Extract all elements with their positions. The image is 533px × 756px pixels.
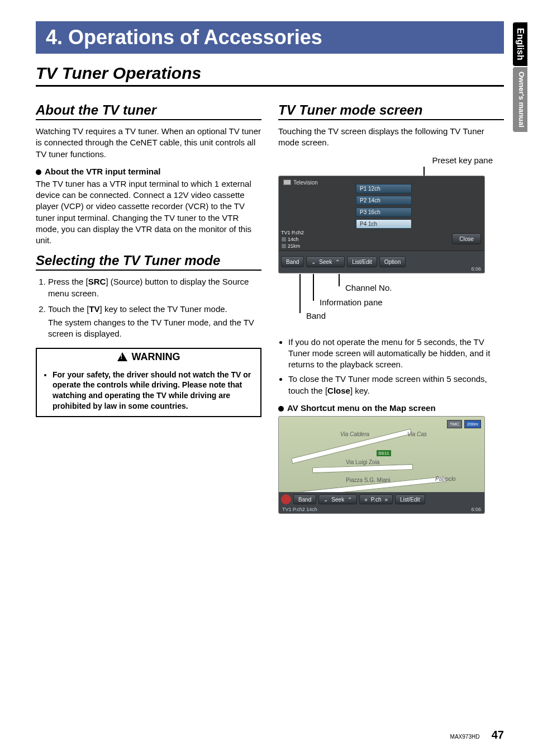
warning-triangle-icon	[117, 352, 127, 361]
info-line1: TV1 P.ch2	[281, 230, 315, 236]
annot-channel: Channel No.	[345, 283, 392, 292]
seek-down-icon: ⌄	[311, 257, 316, 267]
map-top-chips: TMC 200m	[447, 420, 481, 428]
note-1: If you do not operate the menu for 5 sec…	[288, 337, 504, 371]
map-label-patroclo: Patroclo	[435, 476, 456, 482]
vtr-paragraph: The TV tuner has a VTR input terminal to…	[36, 178, 261, 247]
map-label-cas: Via Cas	[407, 431, 427, 437]
map-pch-button[interactable]: « P.ch »	[359, 494, 393, 504]
annot-info: Information pane	[320, 297, 383, 307]
about-paragraph: Watching TV requires a TV tuner. When an…	[36, 126, 261, 160]
info-icon-1	[281, 237, 287, 242]
note-2: To close the TV Tuner mode screen within…	[288, 374, 504, 396]
map-label-caldera: Via Caldera	[340, 431, 369, 437]
subhead-av-text: AV Shortcut menu on the Map screen	[287, 403, 436, 413]
option-button[interactable]: Option	[379, 256, 406, 267]
step-1-pre: Press the [	[48, 277, 88, 286]
tmc-chip: TMC	[447, 420, 462, 428]
warning-text: For your safety, the driver should not w…	[53, 370, 254, 412]
step-1-key: SRC	[88, 277, 106, 286]
map-seek-label: Seek	[331, 495, 344, 504]
map-clock-time: 6:06	[471, 507, 481, 512]
subhead-av-shortcut: AV Shortcut menu on the Map screen	[278, 403, 504, 413]
right-column: TV Tuner mode screen Touching the TV scr…	[278, 102, 504, 514]
notes-list: If you do not operate the menu for 5 sec…	[278, 337, 504, 396]
tv-icon	[283, 179, 291, 185]
pch-prev-icon: «	[364, 495, 368, 504]
page-title: TV Tuner Operations	[36, 64, 504, 87]
subhead-vtr-text: About the VTR input terminal	[45, 167, 161, 176]
info-line2: 14ch	[288, 237, 299, 243]
map-seek-button[interactable]: ⌄ Seek ⌃	[318, 494, 357, 504]
side-tabs: English Owner's manual	[513, 22, 527, 132]
warning-box: WARNING For your safety, the driver shou…	[36, 348, 261, 418]
preset-p2[interactable]: P2 14ch	[356, 196, 412, 205]
tv-mode-screenshot: Television P1 12ch P2 14ch P3 16ch P4 1c…	[278, 176, 485, 273]
step-2-note: The system changes to the TV Tuner mode,…	[48, 317, 261, 340]
note-2-key: Close	[327, 386, 350, 395]
map-band-button[interactable]: Band	[293, 494, 316, 504]
steps-list: Press the [SRC] (Source) button to displ…	[36, 276, 261, 339]
manual-page: English Owner's manual 4. Operations of …	[0, 0, 533, 756]
map-label-luigi: Via Luigi Zoia	[346, 459, 379, 465]
step-2-key: TV	[89, 304, 99, 314]
content-columns: About the TV tuner Watching TV requires …	[36, 102, 504, 514]
seek-up-icon: ⌃	[335, 257, 340, 267]
map-screenshot: TMC 200m Via Caldera Via Cas Via Luigi Z…	[278, 416, 485, 514]
mode-paragraph: Touching the TV screen displays the foll…	[278, 126, 504, 149]
clock-time: 6:06	[471, 266, 481, 272]
warning-header: WARNING	[37, 349, 260, 365]
step-1: Press the [SRC] (Source) button to displ…	[48, 276, 261, 299]
info-dist: 21km	[288, 243, 300, 249]
map-bottom-bar: Band ⌄ Seek ⌃ « P.ch » List/Edit TV1 P.c…	[279, 492, 484, 513]
step-2: Touch the [TV] key to select the TV Tune…	[48, 304, 261, 340]
info-pane: TV1 P.ch2 14ch 21km	[279, 229, 317, 250]
footer-page-number: 47	[492, 729, 504, 741]
note-2-post: ] key.	[350, 386, 370, 395]
page-footer: MAX973HD 47	[0, 729, 504, 741]
preset-p4[interactable]: P4 1ch	[356, 219, 412, 229]
map-list-edit-button[interactable]: List/Edit	[395, 494, 425, 504]
av-toggle-icon[interactable]	[281, 494, 291, 504]
seek-button[interactable]: ⌄ Seek ⌃	[306, 256, 345, 267]
warning-body: For your safety, the driver should not w…	[37, 365, 260, 417]
close-button[interactable]: Close	[452, 233, 481, 244]
info-icon-2	[281, 243, 287, 249]
annot-line-info	[313, 274, 314, 301]
bullet-dot-icon	[36, 169, 41, 175]
seek-down-icon: ⌄	[323, 495, 328, 504]
annot-band: Band	[306, 311, 326, 320]
step-2-post: ] key to select the TV Tuner mode.	[100, 304, 227, 314]
annot-preset: Preset key pane	[432, 155, 493, 165]
bullet-dot-icon	[278, 406, 284, 412]
band-button[interactable]: Band	[281, 256, 304, 267]
preset-p3[interactable]: P3 16ch	[356, 207, 412, 217]
map-pch-label: P.ch	[371, 495, 382, 504]
side-tab-language: English	[513, 22, 527, 66]
preset-p1[interactable]: P1 12ch	[356, 184, 412, 193]
left-column: About the TV tuner Watching TV requires …	[36, 102, 261, 514]
preset-list: P1 12ch P2 14ch P3 16ch P4 1ch	[356, 184, 412, 231]
map-status-text: TV1 P.ch2 14ch	[282, 507, 317, 512]
seek-label: Seek	[319, 257, 332, 267]
map-road-2	[312, 464, 413, 473]
map-route-badge: SS11	[377, 450, 391, 456]
footer-model: MAX973HD	[450, 734, 480, 740]
side-tab-section: Owner's manual	[513, 67, 527, 132]
bottom-bar: Band ⌄ Seek ⌃ List/Edit Option 6:06	[279, 251, 484, 273]
list-edit-button[interactable]: List/Edit	[347, 256, 377, 267]
annot-line-preset	[423, 167, 425, 177]
screen-title: Television	[293, 179, 318, 186]
section-about-tv-tuner: About the TV tuner	[36, 102, 261, 120]
screenshot-1-wrap: Preset key pane Television P1 12ch P2 14…	[278, 155, 504, 329]
annot-line-channel	[339, 274, 340, 286]
note-2-pre: To close the TV Tuner mode screen within…	[288, 374, 487, 395]
section-selecting-mode: Selecting the TV Tuner mode	[36, 253, 261, 271]
warning-label: WARNING	[132, 351, 180, 363]
map-label-piazza: Piazza S.G. Miani	[346, 477, 390, 483]
pch-next-icon: »	[384, 495, 388, 504]
step-2-pre: Touch the [	[48, 304, 89, 314]
subhead-vtr: About the VTR input terminal	[36, 167, 261, 176]
seek-up-icon: ⌃	[348, 495, 352, 504]
chapter-heading: 4. Operations of Accessories	[36, 21, 504, 54]
